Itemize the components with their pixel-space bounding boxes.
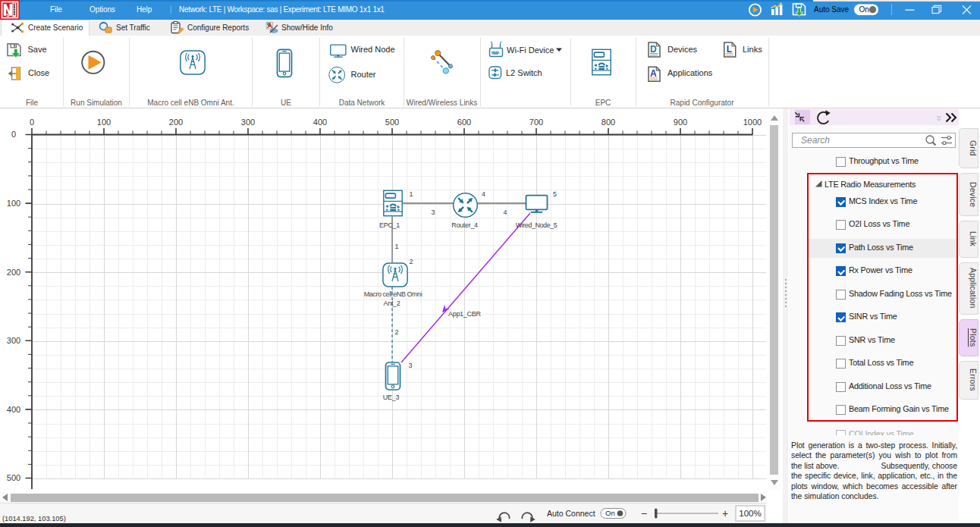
svg-text:+: + [722,507,728,519]
svg-text:−: − [641,507,647,519]
svg-text:400: 400 [313,118,327,127]
svg-text:Wired_Node_5: Wired_Node_5 [516,221,558,229]
svg-text:600: 600 [457,118,471,127]
svg-text:s: s [7,11,10,18]
svg-text:4: 4 [503,209,507,216]
svg-text:900: 900 [674,118,687,127]
svg-text:1: 1 [409,190,413,198]
svg-text:On: On [859,5,869,14]
svg-text:Router_4: Router_4 [451,221,478,229]
svg-text:3: 3 [431,209,435,216]
svg-text:On: On [605,509,615,517]
svg-text:1000: 1000 [743,118,762,127]
svg-text:Macro cell eNB Omni: Macro cell eNB Omni [364,290,422,298]
svg-text:L: L [727,44,732,55]
svg-text:5: 5 [553,190,557,198]
svg-text:A: A [650,68,657,79]
svg-text:500: 500 [385,118,399,127]
svg-text:500: 500 [7,473,20,482]
svg-text:UE_3: UE_3 [383,394,400,401]
svg-text:200: 200 [7,268,20,277]
svg-text:200: 200 [169,118,183,127]
svg-text:700: 700 [529,118,543,127]
svg-text:App1_CBR: App1_CBR [448,310,481,318]
svg-text:100: 100 [97,118,111,127]
svg-text:100%: 100% [739,509,761,518]
svg-text:Auto Connect: Auto Connect [547,509,595,518]
svg-text:300: 300 [7,336,20,345]
svg-text:D: D [650,44,657,55]
svg-text:3: 3 [408,362,412,369]
svg-text:2: 2 [394,328,398,336]
svg-text:1: 1 [394,243,398,250]
svg-text:2: 2 [409,258,413,265]
svg-text:Ant_2: Ant_2 [383,300,400,307]
svg-text:400: 400 [7,405,20,414]
svg-text:0: 0 [30,118,34,127]
svg-text:100: 100 [7,199,20,208]
svg-text:4: 4 [482,190,485,198]
svg-text:EPC_1: EPC_1 [379,221,400,229]
svg-text:0: 0 [11,130,16,139]
svg-text:300: 300 [241,118,255,127]
svg-text:800: 800 [602,118,615,127]
